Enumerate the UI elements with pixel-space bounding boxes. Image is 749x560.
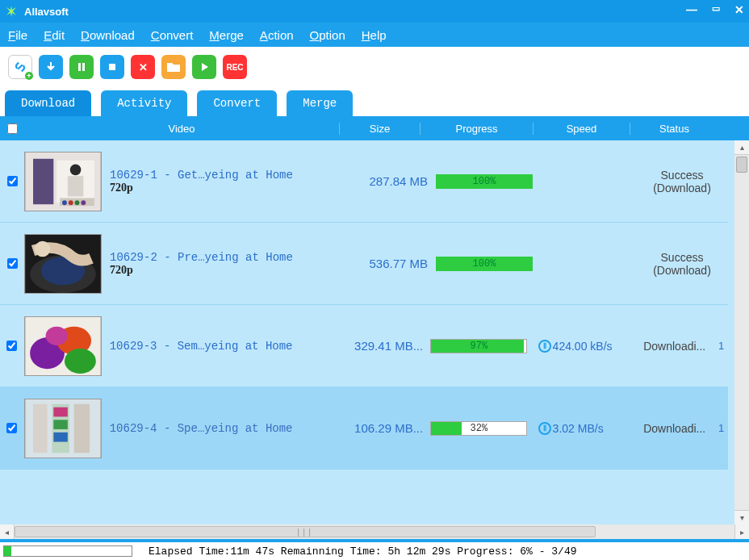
column-status[interactable]: Status [630,123,718,135]
tab-download[interactable]: Download [5,90,91,116]
menu-option[interactable]: Option [310,28,345,42]
menu-action[interactable]: Action [260,28,294,42]
row-checkbox[interactable] [6,341,17,351]
close-button[interactable]: ✕ [734,3,744,16]
speed-value: 3.02 MB/s [553,422,604,435]
status-bar: Elapsed Time:11m 47s Remainning Time: 5h… [0,542,749,560]
list-area: 10629-1 - Get…yeing at Home 720p 287.84 … [0,140,749,524]
maximize-button[interactable]: ▭ [712,3,720,16]
svg-rect-25 [53,407,68,416]
column-speed[interactable]: Speed [533,123,630,135]
status-text: Elapsed Time:11m 47s Remainning Time: 5h… [149,545,577,558]
column-size[interactable]: Size [339,123,420,135]
pause-icon[interactable]: Ⅱ [538,340,551,353]
progress-bar: 100% [436,257,533,271]
svg-point-12 [81,200,86,205]
svg-rect-28 [73,403,89,452]
play-button[interactable] [192,55,216,79]
svg-point-20 [65,348,96,373]
horizontal-scrollbar-thumb[interactable]: │││ [15,526,596,537]
row-checkbox[interactable] [7,258,18,269]
open-folder-button[interactable] [161,55,186,79]
pause-icon[interactable]: Ⅱ [538,422,551,435]
menu-download[interactable]: Download [81,28,135,42]
video-title-block: 10629-4 - Spe…yeing at Home [110,422,293,435]
svg-rect-2 [109,64,115,70]
pause-button[interactable] [69,55,94,79]
thumbnail [24,234,102,294]
svg-point-9 [62,200,67,205]
size-value: 536.77 MB [339,257,428,270]
progress-label: 97% [431,340,526,353]
status-value: Success (Download) [638,169,726,194]
video-quality: 720p [110,182,293,194]
scroll-left-button[interactable]: ◂ [0,524,15,539]
paste-url-button[interactable]: + [8,55,32,79]
tabs-row: Download Activity Convert Merge [0,87,749,116]
tab-convert[interactable]: Convert [197,90,277,116]
menu-bar: File Edit Download Convert Merge Action … [0,23,749,47]
column-progress[interactable]: Progress [420,123,533,135]
scroll-right-button[interactable]: ▸ [734,524,749,539]
table-row[interactable]: 10629-4 - Spe…yeing at Home 106.29 MB...… [0,387,728,470]
menu-help[interactable]: Help [362,28,387,42]
app-icon [5,5,18,18]
tab-merge[interactable]: Merge [287,90,353,116]
column-video[interactable]: Video [24,123,339,135]
scroll-down-button[interactable]: ▾ [734,510,749,524]
delete-button[interactable]: ✕ [131,55,155,79]
svg-point-10 [69,200,73,205]
progress-bar: 97% [430,339,527,353]
minimize-button[interactable]: — [686,3,697,16]
extra-value: 1 [718,422,728,434]
app-title: Allavsoft [24,6,69,18]
video-title-block: 10629-3 - Sem…yeing at Home [110,340,293,353]
progress-label: 100% [437,257,532,270]
tab-activity[interactable]: Activity [101,90,187,116]
menu-file[interactable]: File [8,28,27,42]
svg-rect-27 [53,432,68,441]
status-value: Downloadi... [630,422,718,435]
size-value: 329.41 MB... [335,339,423,353]
vertical-scrollbar-thumb[interactable] [736,157,747,173]
video-title-block: 10629-2 - Pre…yeing at Home 720p [110,251,293,277]
menu-convert[interactable]: Convert [151,28,194,42]
record-button[interactable]: REC [223,55,247,79]
speed-value: 424.00 kB/s [553,340,613,353]
video-title: 10629-1 - Get…yeing at Home [110,169,293,182]
video-quality: 720p [110,264,293,277]
toolbar: + ✕ REC [0,47,749,87]
row-checkbox[interactable] [7,176,18,186]
menu-edit[interactable]: Edit [44,28,65,42]
vertical-scrollbar[interactable]: ▴ ▾ [734,140,749,524]
column-header: Video Size Progress Speed Status [0,116,749,140]
stop-button[interactable] [100,55,124,79]
video-title: 10629-4 - Spe…yeing at Home [110,422,293,435]
thumbnail [24,152,102,211]
svg-rect-1 [82,63,85,71]
progress-bar: 32% [430,421,527,436]
video-title: 10629-2 - Pre…yeing at Home [110,251,293,264]
extra-value: 1 [718,340,728,352]
scroll-up-button[interactable]: ▴ [734,140,749,155]
svg-rect-0 [78,63,81,71]
svg-rect-7 [68,176,83,196]
svg-rect-4 [33,158,53,203]
table-row[interactable]: 10629-3 - Sem…yeing at Home 329.41 MB...… [0,305,728,387]
title-bar: Allavsoft — ▭ ✕ [0,0,749,23]
row-checkbox[interactable] [6,423,17,433]
horizontal-scrollbar[interactable]: ◂ │││ ▸ [0,524,749,539]
download-button[interactable] [39,55,63,79]
status-value: Downloadi... [630,340,718,353]
select-all-checkbox[interactable] [7,123,18,134]
svg-point-21 [45,326,67,345]
progress-label: 100% [437,175,532,188]
thumbnail [24,399,102,458]
menu-merge[interactable]: Merge [209,28,244,42]
thumbnail [24,316,102,376]
progress-label: 32% [431,422,526,435]
table-row[interactable]: 10629-1 - Get…yeing at Home 720p 287.84 … [0,140,728,223]
size-value: 106.29 MB... [335,421,423,435]
svg-rect-23 [33,403,48,452]
table-row[interactable]: 10629-2 - Pre…yeing at Home 720p 536.77 … [0,223,728,305]
